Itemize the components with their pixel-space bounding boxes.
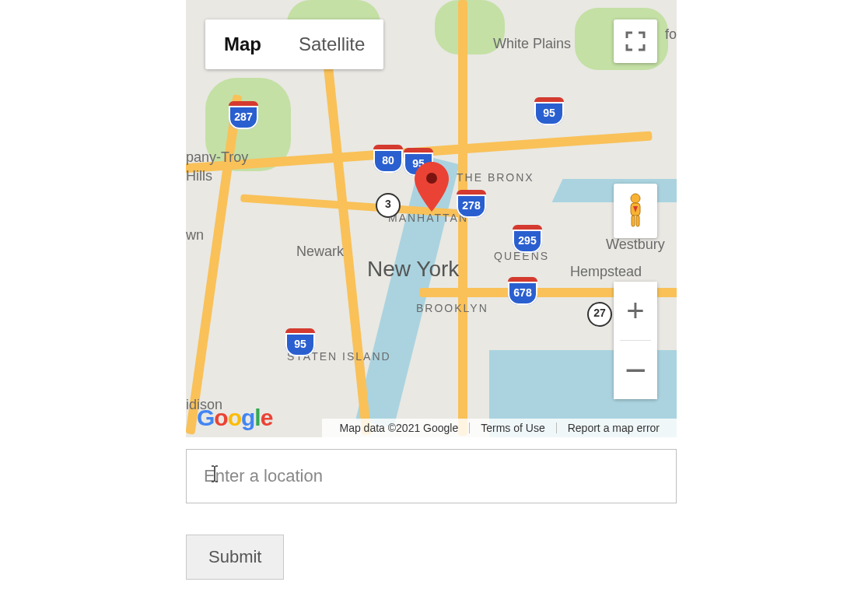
pegman-control[interactable] <box>614 184 657 238</box>
label-hempstead: Hempstead <box>570 264 642 280</box>
shield-i95c: 95 <box>285 328 315 356</box>
shield-i80: 80 <box>373 145 403 173</box>
map-type-map-button[interactable]: Map <box>205 19 280 69</box>
label-bronx: THE BRONX <box>457 171 534 184</box>
zoom-in-button[interactable]: + <box>614 282 657 340</box>
attribution-terms-link[interactable]: Terms of Use <box>470 422 555 434</box>
zoom-out-button[interactable]: − <box>614 341 657 399</box>
shield-i95b: 95 <box>534 97 564 125</box>
fullscreen-button[interactable] <box>614 19 657 63</box>
label-brooklyn: BROOKLYN <box>416 302 488 314</box>
shield-state3: 3 <box>376 193 401 218</box>
attribution-strip: Map data ©2021 Google Terms of Use Repor… <box>322 419 677 437</box>
pegman-icon <box>625 192 646 230</box>
label-hills: Hills <box>186 168 212 184</box>
svg-rect-3 <box>632 216 635 226</box>
attribution-mapdata: Map data ©2021 Google <box>328 422 469 434</box>
label-new-york: New York <box>367 257 459 282</box>
shield-i278: 278 <box>457 190 486 218</box>
fullscreen-icon <box>625 31 646 51</box>
google-logo: Google <box>197 405 272 431</box>
zoom-control: + − <box>614 282 657 399</box>
map-type-control: Map Satellite <box>205 19 383 69</box>
label-westbury: Westbury <box>606 237 665 253</box>
shield-state27: 27 <box>587 302 612 327</box>
label-manhattan: MANHATTAN <box>388 212 468 224</box>
attribution-report-link[interactable]: Report a map error <box>557 422 670 434</box>
label-white-plains: White Plains <box>493 36 571 52</box>
svg-rect-4 <box>636 216 639 226</box>
location-input[interactable] <box>186 449 677 503</box>
submit-button[interactable]: Submit <box>186 535 284 580</box>
label-wn: wn <box>186 227 204 244</box>
shield-i95a: 95 <box>404 148 433 176</box>
map-type-satellite-button[interactable]: Satellite <box>280 19 383 69</box>
label-pany-troy: pany-Troy <box>186 149 248 166</box>
label-fo: fo <box>665 26 677 43</box>
shield-i287: 287 <box>229 101 258 129</box>
label-newark: Newark <box>296 244 344 260</box>
shield-i678: 678 <box>508 277 537 305</box>
svg-point-1 <box>631 194 640 203</box>
map-canvas[interactable]: White Plains fo pany-Troy Hills wn THE B… <box>186 0 677 437</box>
widget-container: White Plains fo pany-Troy Hills wn THE B… <box>186 0 677 580</box>
shield-i295: 295 <box>513 225 542 253</box>
